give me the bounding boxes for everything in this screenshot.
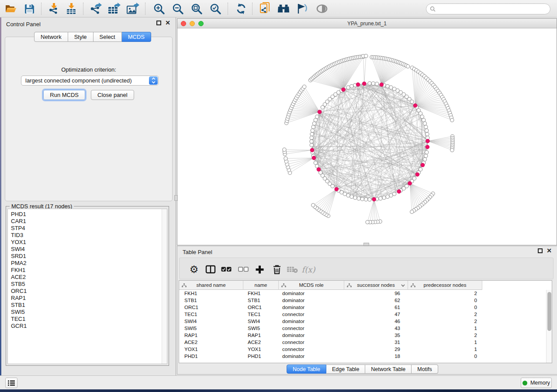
network-node[interactable] [389,86,393,89]
network-node[interactable] [310,136,313,140]
memory-button[interactable]: Memory [521,378,552,388]
network-node[interactable] [312,122,316,125]
network-node[interactable] [311,203,315,207]
mcds-node[interactable] [426,139,430,143]
import-network-icon[interactable] [47,2,60,15]
column-header-predecessor-nodes[interactable]: predecessor nodes [408,281,482,290]
network-node[interactable] [386,195,389,198]
mcds-result-item[interactable]: STB1 [11,302,167,309]
mcds-node[interactable] [415,172,419,176]
mcds-node[interactable] [397,189,401,193]
mcds-result-item[interactable]: YOX1 [11,239,167,246]
tab-motifs[interactable]: Motifs [412,364,438,374]
network-node[interactable] [315,115,319,118]
mcds-node[interactable] [335,187,339,191]
network-node[interactable] [314,161,317,165]
mcds-result-item[interactable]: TEC1 [11,316,167,323]
mcds-node[interactable] [372,197,376,201]
zoom-selected-icon[interactable] [209,2,222,15]
network-node[interactable] [419,112,422,115]
network-node[interactable] [346,194,350,197]
delete-columns-icon[interactable] [271,264,283,275]
mcds-result-item[interactable]: ORC1 [11,288,167,295]
mcds-result-item[interactable]: STP4 [11,225,167,232]
mcds-node[interactable] [312,156,316,160]
network-search-field[interactable] [426,3,550,14]
table-scrollbar-thumb[interactable] [547,292,551,331]
network-node[interactable] [357,197,360,200]
network-node[interactable] [310,140,313,143]
tab-mcds[interactable]: MCDS [122,32,151,42]
network-node[interactable] [353,196,357,199]
show-graphics-details-icon[interactable] [315,2,329,15]
network-node[interactable] [406,65,410,68]
float-panel-icon[interactable] [156,21,161,25]
export-image-icon[interactable] [126,2,139,15]
mcds-node[interactable] [310,148,314,152]
import-table-icon[interactable] [65,2,78,15]
mcds-result-item[interactable]: RAP1 [11,295,167,302]
mcds-node[interactable] [413,103,417,107]
network-node[interactable] [424,154,428,158]
network-node[interactable] [364,198,368,201]
network-node[interactable] [425,151,429,154]
tab-network[interactable]: Network [34,32,68,42]
mcds-result-scrollbar[interactable] [162,209,167,364]
mcds-node[interactable] [408,182,412,186]
optimization-criterion-select[interactable]: largest connected component (undirected) [21,76,159,86]
table-row[interactable]: ACE2ACE2connector311 [179,339,552,346]
network-node[interactable] [424,125,428,129]
table-row[interactable]: SWI4SWI4dominator462 [179,318,552,325]
network-node[interactable] [382,196,386,199]
network-node[interactable] [450,118,454,122]
mcds-node[interactable] [421,163,425,167]
network-node[interactable] [450,148,454,152]
mcds-result-item[interactable]: TID3 [11,232,167,239]
mcds-node[interactable] [426,145,429,149]
network-node[interactable] [364,54,368,58]
network-node[interactable] [284,157,287,160]
mcds-node[interactable] [380,83,384,86]
network-node[interactable] [314,118,317,122]
mcds-result-item[interactable]: PHD1 [11,211,167,218]
table-scrollbar[interactable] [546,290,552,363]
column-header-successor-nodes[interactable]: successor nodes [344,281,408,290]
refresh-icon[interactable] [235,2,248,15]
mcds-result-item[interactable]: SWI5 [11,309,167,316]
network-node[interactable] [303,85,306,89]
network-node[interactable] [389,194,393,197]
mcds-result-item[interactable]: STB5 [11,281,167,288]
mcds-result-item[interactable]: CAR1 [11,218,167,225]
run-mcds-button[interactable]: Run MCDS [43,90,85,100]
table-settings-icon[interactable]: ⚙ [188,264,200,275]
tab-style[interactable]: Style [68,32,93,42]
table-row[interactable]: SWI5SWI5connector431 [179,325,552,332]
panel-splitter-handle[interactable] [174,195,178,201]
export-network-icon[interactable] [89,2,102,15]
zoom-in-icon[interactable] [152,2,166,15]
network-node[interactable] [346,86,350,89]
deselect-all-checkboxes-icon[interactable] [238,264,249,275]
table-row[interactable]: YOX1YOX1connector291 [179,346,552,353]
network-node[interactable] [368,82,371,85]
table-row[interactable]: ORC1ORC1dominator610 [179,304,552,311]
export-table-icon[interactable] [107,2,121,15]
network-node[interactable] [386,84,389,88]
zoom-fit-icon[interactable] [190,2,203,15]
delete-table-icon[interactable] [287,264,298,275]
mcds-result-item[interactable]: SRD1 [11,253,167,260]
network-node[interactable] [393,192,396,196]
mcds-node[interactable] [342,88,346,92]
network-node[interactable] [423,122,426,125]
mcds-result-item[interactable]: SWI4 [11,246,167,253]
tab-network-table[interactable]: Network Table [365,364,412,374]
network-node[interactable] [311,129,314,132]
network-node[interactable] [393,87,396,91]
create-column-icon[interactable] [254,264,265,275]
network-node[interactable] [379,197,382,200]
zoom-out-icon[interactable] [171,2,184,15]
mcds-result-item[interactable]: GCR1 [11,323,167,330]
close-panel-icon[interactable]: ✕ [165,21,170,25]
float-table-panel-icon[interactable] [538,248,543,253]
network-node[interactable] [410,100,414,103]
